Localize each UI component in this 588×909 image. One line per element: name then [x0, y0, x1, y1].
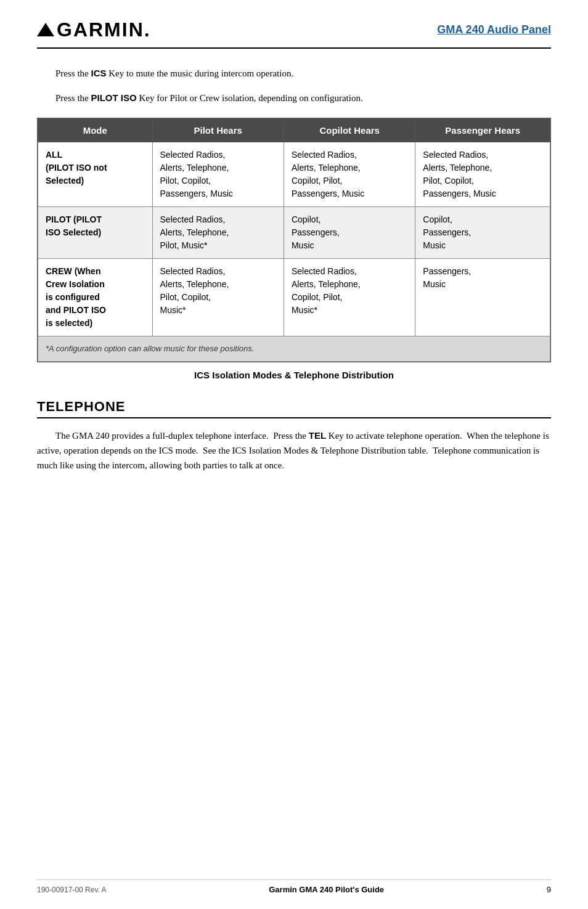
table-footnote-row: *A configuration option can allow music …	[38, 336, 550, 362]
cell-pilot-hears: Selected Radios, Alerts, Telephone, Pilo…	[152, 259, 284, 336]
cell-mode: PILOT (PILOT ISO Selected)	[38, 207, 153, 259]
table-footnote: *A configuration option can allow music …	[38, 336, 550, 362]
telephone-body: The GMA 240 provides a full-duplex telep…	[37, 428, 551, 473]
table-row: PILOT (PILOT ISO Selected)Selected Radio…	[38, 207, 550, 259]
intro-line1: Press the ICS Key to mute the music duri…	[37, 66, 551, 81]
table-caption: ICS Isolation Modes & Telephone Distribu…	[37, 370, 551, 380]
cell-copilot-hears: Copilot, Passengers, Music	[284, 207, 415, 259]
page-title: GMA 240 Audio Panel	[437, 23, 551, 36]
table-header-row: Mode Pilot Hears Copilot Hears Passenger…	[38, 119, 550, 142]
cell-copilot-hears: Selected Radios, Alerts, Telephone, Copi…	[284, 142, 415, 207]
footer-page-number: 9	[547, 885, 551, 894]
footer-doc-number: 190-00917-00 Rev. A	[37, 886, 107, 894]
ics-modes-table-container: Mode Pilot Hears Copilot Hears Passenger…	[37, 118, 551, 362]
cell-copilot-hears: Selected Radios, Alerts, Telephone, Copi…	[284, 259, 415, 336]
tel-key-label: TEL	[309, 430, 326, 441]
ics-modes-table: Mode Pilot Hears Copilot Hears Passenger…	[38, 118, 550, 362]
cell-pilot-hears: Selected Radios, Alerts, Telephone, Pilo…	[152, 142, 284, 207]
table-row: ALL (PILOT ISO not Selected)Selected Rad…	[38, 142, 550, 207]
cell-pilot-hears: Selected Radios, Alerts, Telephone, Pilo…	[152, 207, 284, 259]
page-footer: 190-00917-00 Rev. A Garmin GMA 240 Pilot…	[37, 879, 551, 894]
pilot-iso-key-label: PILOT ISO	[91, 92, 137, 103]
table-row: CREW (When Crew Isolation is configured …	[38, 259, 550, 336]
garmin-logo: GARMIN.	[37, 18, 151, 41]
cell-mode: CREW (When Crew Isolation is configured …	[38, 259, 153, 336]
page-header: GARMIN. GMA 240 Audio Panel	[37, 18, 551, 49]
cell-mode: ALL (PILOT ISO not Selected)	[38, 142, 153, 207]
intro-line2: Press the PILOT ISO Key for Pilot or Cre…	[37, 91, 551, 105]
cell-passenger-hears: Copilot, Passengers, Music	[415, 207, 550, 259]
cell-passenger-hears: Passengers, Music	[415, 259, 550, 336]
garmin-triangle-icon	[37, 23, 54, 36]
telephone-heading: TELEPHONE	[37, 399, 551, 418]
ics-key-label: ICS	[91, 68, 107, 78]
col-copilot-hears: Copilot Hears	[284, 119, 415, 142]
garmin-brand-text: GARMIN.	[57, 18, 151, 41]
page: GARMIN. GMA 240 Audio Panel Press the IC…	[0, 0, 588, 909]
col-mode: Mode	[38, 119, 153, 142]
cell-passenger-hears: Selected Radios, Alerts, Telephone, Pilo…	[415, 142, 550, 207]
col-pilot-hears: Pilot Hears	[152, 119, 284, 142]
col-passenger-hears: Passenger Hears	[415, 119, 550, 142]
footer-guide-title: Garmin GMA 240 Pilot's Guide	[269, 885, 384, 894]
